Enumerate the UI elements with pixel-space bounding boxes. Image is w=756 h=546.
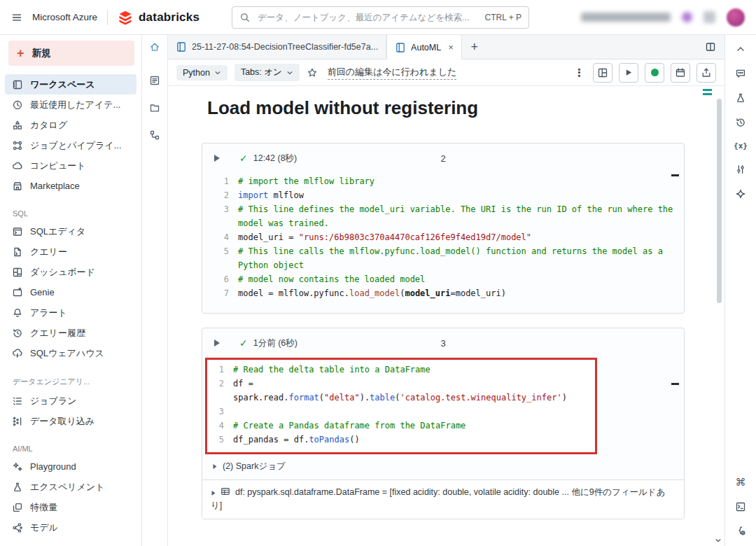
- assistant-sparkle-icon[interactable]: [735, 188, 746, 200]
- code-text[interactable]: # import the mlflow library: [238, 174, 674, 188]
- split-view-icon[interactable]: [696, 35, 724, 59]
- sidebar-item-features[interactable]: 特徴量: [5, 497, 136, 517]
- sidebar-item-dashboards[interactable]: ダッシュボード: [5, 262, 136, 282]
- sidebar-item-playground[interactable]: Playground: [5, 456, 136, 477]
- databricks-logo[interactable]: databricks: [118, 10, 200, 25]
- notebook-toolbar: Python Tabs: オン 前回の編集は今に行われました ⋮: [168, 59, 724, 86]
- schema-browser-icon[interactable]: [149, 130, 160, 141]
- scroll-down-arrow[interactable]: [715, 537, 722, 544]
- share-button[interactable]: [696, 63, 716, 83]
- folder-icon[interactable]: [149, 102, 160, 113]
- collapse-panel-icon[interactable]: [735, 43, 746, 55]
- sidebar-item-alerts[interactable]: アラート: [5, 302, 136, 323]
- line-number: 3: [212, 202, 229, 230]
- run-cell-button[interactable]: [214, 154, 220, 162]
- search-input[interactable]: [256, 12, 479, 23]
- play-icon: [625, 69, 633, 76]
- code-text[interactable]: # Read the delta table into a DataFrame: [233, 363, 589, 377]
- spark-jobs-label: (2) Sparkジョブ: [223, 461, 286, 472]
- line-number: 4: [207, 419, 224, 433]
- sidebar-item-job-runs[interactable]: ジョブラン: [5, 391, 136, 411]
- code-text[interactable]: # model now contains the loaded model: [238, 272, 674, 286]
- code-text[interactable]: # Create a Pandas dataframe from the Dat…: [233, 419, 589, 433]
- lint-check-icon[interactable]: [735, 525, 746, 536]
- help-icon-blurred[interactable]: [704, 11, 715, 23]
- code-text[interactable]: model = mlflow.pyfunc.load_model(model_u…: [238, 286, 674, 300]
- sidebar-item-sql-warehouse[interactable]: SQLウェアハウス: [5, 343, 136, 363]
- notebook-heading: Load model without registering: [207, 97, 724, 119]
- data-ingestion-icon: [12, 416, 23, 427]
- sidebar-item-query-history[interactable]: クエリー履歴: [5, 323, 136, 343]
- workspace-icon: [12, 79, 23, 90]
- code-line: 3: [207, 405, 589, 419]
- new-tab-button[interactable]: +: [462, 35, 487, 59]
- run-cell-button[interactable]: [214, 339, 220, 347]
- sidebar-item-compute[interactable]: コンピュート: [5, 155, 136, 176]
- variable-explorer-icon[interactable]: {x}: [734, 141, 748, 150]
- line-number: 1: [212, 174, 229, 188]
- favorite-star-icon[interactable]: [307, 67, 318, 78]
- kebab-menu-icon[interactable]: ⋮: [574, 66, 584, 79]
- line-number: 2: [212, 188, 229, 202]
- mlflow-experiments-icon[interactable]: [735, 92, 746, 104]
- code-editor[interactable]: 1# import the mlflow library2import mlfl…: [202, 173, 684, 313]
- spark-jobs-toggle[interactable]: (2) Sparkジョブ: [202, 454, 684, 479]
- hamburger-menu-icon[interactable]: [11, 12, 22, 23]
- sidebar-item-label: ジョブとパイプライ...: [30, 139, 122, 152]
- new-button[interactable]: + 新規: [8, 41, 134, 66]
- code-text[interactable]: model_uri = "runs:/6b9803c370a4470caf126…: [238, 230, 674, 244]
- chevron-down-icon: [214, 69, 221, 76]
- run-all-button[interactable]: [619, 63, 638, 83]
- last-edit-status[interactable]: 前回の編集は今に行われました: [328, 66, 456, 80]
- notifications-icon-blurred[interactable]: [682, 12, 692, 22]
- tabs-mode-selector[interactable]: Tabs: オン: [234, 64, 300, 81]
- line-number: 7: [212, 286, 229, 300]
- query-history-icon: [12, 328, 23, 339]
- sidebar-item-jobs[interactable]: ジョブとパイプライ...: [5, 135, 136, 155]
- close-icon[interactable]: ×: [448, 42, 454, 52]
- code-text[interactable]: df_pandas = df.toPandas(): [233, 433, 589, 447]
- sidebar-item-marketplace[interactable]: Marketplace: [5, 176, 136, 196]
- environment-settings-icon[interactable]: [735, 164, 746, 175]
- sidebar-item-label: クエリー履歴: [30, 327, 85, 340]
- code-text[interactable]: # This line defines the model_uri variab…: [238, 202, 674, 230]
- models-icon: [12, 522, 23, 533]
- home-icon[interactable]: [149, 41, 160, 52]
- code-line: 4model_uri = "runs:/6b9803c370a4470caf12…: [212, 230, 674, 244]
- cell-output[interactable]: df: pyspark.sql.dataframe.DataFrame = [f…: [202, 479, 684, 519]
- code-editor[interactable]: 1# Read the delta table into a DataFrame…: [207, 360, 595, 452]
- schedule-button[interactable]: [671, 63, 690, 83]
- cluster-green-dot: [651, 69, 659, 76]
- sidebar-item-recents[interactable]: 最近使用したアイテ...: [5, 94, 136, 115]
- caret-right-icon[interactable]: [211, 490, 216, 496]
- scrollbar-thumb[interactable]: [717, 99, 722, 303]
- language-selector[interactable]: Python: [176, 65, 227, 80]
- cell-collapse-dash: [671, 174, 679, 176]
- user-avatar[interactable]: [727, 8, 745, 27]
- cluster-status-button[interactable]: [645, 63, 664, 83]
- sidebar-item-label: ジョブラン: [30, 395, 77, 407]
- workspace-switcher-blurred[interactable]: [581, 13, 671, 22]
- code-text[interactable]: df = spark.read.format("delta").table('c…: [233, 377, 589, 405]
- table-of-contents-icon[interactable]: [149, 75, 160, 86]
- view-layout-button[interactable]: [593, 63, 612, 83]
- comments-icon[interactable]: [735, 68, 746, 79]
- sidebar-item-workspace[interactable]: ワークスペース: [5, 74, 136, 94]
- tab-2[interactable]: AutoML×: [386, 35, 462, 59]
- sidebar-item-experiments[interactable]: エクスペリメント: [5, 477, 136, 497]
- sidebar-item-models[interactable]: モデル: [5, 517, 136, 538]
- sidebar-item-catalog[interactable]: カタログ: [5, 115, 136, 135]
- sidebar-item-label: コンピュート: [30, 160, 86, 172]
- sidebar-item-data-ingestion[interactable]: データ取り込み: [5, 411, 136, 431]
- code-text[interactable]: import mlflow: [238, 188, 674, 202]
- sidebar-item-genie[interactable]: Genie: [5, 282, 136, 302]
- global-search[interactable]: CTRL + P: [232, 6, 529, 29]
- shortcuts-command-icon[interactable]: ⌘: [736, 476, 746, 489]
- code-text[interactable]: # This line calls the mlflow.pyfunc.load…: [238, 244, 674, 272]
- terminal-icon[interactable]: [735, 501, 746, 512]
- sidebar-item-sql-editor[interactable]: SQLエディタ: [5, 221, 136, 241]
- sidebar-item-queries[interactable]: クエリー: [5, 241, 136, 262]
- version-history-icon[interactable]: [735, 117, 746, 128]
- code-text[interactable]: [233, 405, 589, 419]
- tab-1[interactable]: 25-11-27-08:54-DecisionTreeClassifier-fd…: [168, 35, 386, 59]
